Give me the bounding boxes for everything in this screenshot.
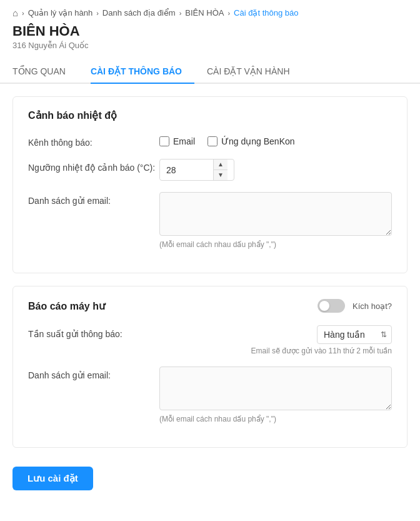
threshold-input[interactable]	[160, 161, 213, 179]
toggle-thumb	[319, 301, 329, 311]
toggle-activate[interactable]	[318, 299, 345, 313]
breadcrumb-item-3[interactable]: BIÊN HÒA	[185, 8, 224, 18]
checkbox-app-input[interactable]	[208, 136, 218, 146]
checkbox-email-label: Email	[173, 136, 195, 146]
page-title: BIÊN HÒA	[12, 23, 408, 39]
frequency-hint: Email sẽ được gửi vào 11h thứ 2 mỗi tuần	[251, 346, 392, 355]
toggle-label: Kích hoạt?	[352, 301, 392, 311]
form-row-frequency: Tần suất gửi thông báo: Hàng tuần Hàng n…	[28, 325, 392, 355]
form-row-email-list-broken: Danh sách gửi email: (Mỗi email cách nha…	[28, 367, 392, 423]
checkbox-app[interactable]: Ứng dụng BenKon	[208, 136, 295, 146]
frequency-select-wrapper: Hàng tuần Hàng ngày Hàng tháng ⇅	[317, 325, 392, 344]
breadcrumb-item-1[interactable]: Quản lý vận hành	[28, 8, 92, 18]
email-list-label-temp: Danh sách gửi email:	[28, 192, 159, 206]
frequency-label: Tần suất gửi thông báo:	[28, 325, 159, 339]
form-row-threshold: Ngưỡng nhiệt độ cảnh báo (°C): ▲ ▼	[28, 159, 392, 181]
form-row-email-list-temp: Danh sách gửi email: (Mỗi email cách nha…	[28, 192, 392, 249]
email-list-control-temp: (Mỗi email cách nhau dấu phẩy ",")	[159, 192, 392, 249]
page-header: BIÊN HÒA 316 Nguyễn Ái Quốc	[0, 23, 420, 50]
section-broken-header: Báo cáo máy hư Kích hoạt?	[28, 299, 392, 313]
breadcrumb: ⌂ › Quản lý vận hành › Danh sách địa điể…	[0, 0, 420, 23]
toggle-track	[318, 299, 345, 313]
breadcrumb-item-2[interactable]: Danh sách địa điểm	[102, 8, 176, 18]
content-area: Cảnh báo nhiệt độ Kênh thông báo: Email …	[0, 84, 420, 503]
email-list-textarea-broken[interactable]	[159, 367, 392, 410]
tab-tong-quan[interactable]: TỔNG QUAN	[12, 60, 78, 84]
section-broken-title: Báo cáo máy hư	[28, 300, 105, 312]
email-list-control-broken: (Mỗi email cách nhau dấu phẩy ",")	[159, 367, 392, 423]
section-broken-toggle-area: Kích hoạt?	[318, 299, 392, 313]
section-temp-title: Cảnh báo nhiệt độ	[28, 109, 392, 121]
save-button[interactable]: Lưu cài đặt	[12, 467, 93, 490]
breadcrumb-current: Cài đặt thông báo	[234, 8, 298, 18]
checkbox-email-input[interactable]	[159, 136, 169, 146]
email-list-textarea-temp[interactable]	[159, 192, 392, 236]
section-temperature-alert: Cảnh báo nhiệt độ Kênh thông báo: Email …	[12, 96, 408, 273]
home-icon[interactable]: ⌂	[12, 8, 18, 18]
threshold-input-wrapper: ▲ ▼	[159, 159, 234, 181]
checkbox-email[interactable]: Email	[159, 136, 195, 146]
frequency-select[interactable]: Hàng tuần Hàng ngày Hàng tháng	[317, 325, 392, 344]
tab-cai-dat-van-hanh[interactable]: CÀI ĐẶT VẬN HÀNH	[207, 60, 302, 84]
tab-cai-dat-thong-bao[interactable]: CÀI ĐẶT THÔNG BÁO	[91, 60, 194, 84]
threshold-decrement[interactable]: ▼	[214, 170, 228, 180]
threshold-increment[interactable]: ▲	[214, 159, 228, 170]
page-subtitle: 316 Nguyễn Ái Quốc	[12, 41, 408, 50]
threshold-label: Ngưỡng nhiệt độ cảnh báo (°C):	[28, 159, 159, 173]
frequency-control: Hàng tuần Hàng ngày Hàng tháng ⇅ Email s…	[159, 325, 392, 355]
channel-label: Kênh thông báo:	[28, 134, 159, 148]
email-list-label-broken: Danh sách gửi email:	[28, 367, 159, 380]
threshold-control: ▲ ▼	[159, 159, 392, 181]
threshold-spinner: ▲ ▼	[213, 159, 228, 180]
email-hint-broken: (Mỗi email cách nhau dấu phẩy ",")	[159, 415, 392, 423]
channel-options: Email Ứng dụng BenKon	[159, 134, 392, 146]
email-hint-temp: (Mỗi email cách nhau dấu phẩy ",")	[159, 240, 392, 249]
tab-bar: TỔNG QUAN CÀI ĐẶT THÔNG BÁO CÀI ĐẶT VẬN …	[0, 60, 420, 84]
checkbox-app-label: Ứng dụng BenKon	[221, 136, 295, 146]
section-broken-machine: Báo cáo máy hư Kích hoạt? Tần suất gửi t…	[12, 286, 408, 448]
form-row-channel: Kênh thông báo: Email Ứng dụng BenKon	[28, 134, 392, 148]
